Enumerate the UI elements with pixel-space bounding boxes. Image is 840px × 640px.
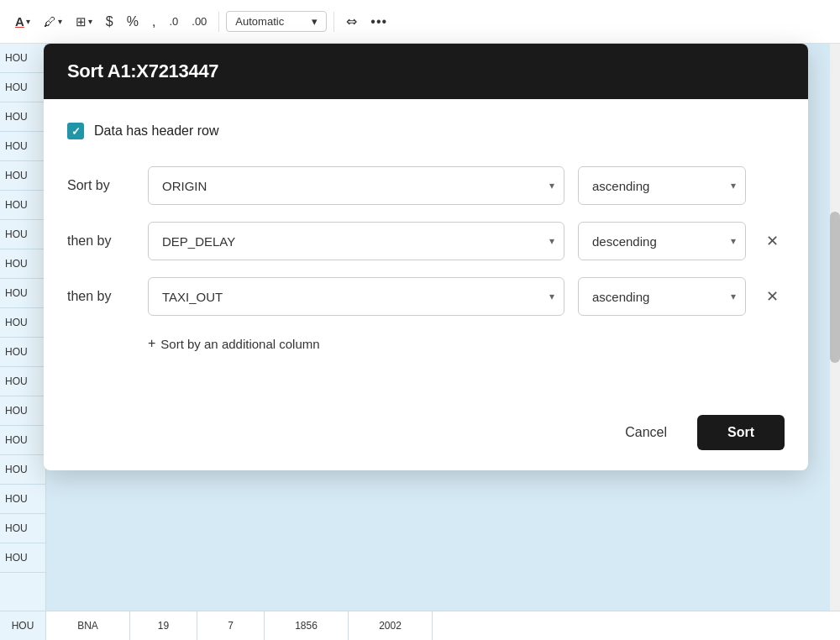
highlight-icon: 🖊 [44,14,56,29]
dialog-title: Sort A1:X7213447 [67,60,785,82]
sort-column-3-wrapper: TAXI_OUT ORIGIN DEP_DELAY DEST ARR_DELAY… [148,277,564,316]
dialog-footer: Cancel Sort [44,401,808,470]
sort-column-3-select[interactable]: TAXI_OUT ORIGIN DEP_DELAY DEST ARR_DELAY [148,277,564,316]
comma-button[interactable]: , [147,11,160,33]
sort-order-2-wrapper: descending ascending ▾ [578,222,746,260]
scrollbar-thumb[interactable] [830,212,840,363]
sort-order-3-select[interactable]: ascending descending [578,277,746,316]
cells-area: HOU HOU HOU HOU HOU HOU HOU HOU HOU HOU … [0,44,46,640]
decrease-decimal-icon: .0 [169,15,178,28]
font-color-chevron: ▾ [26,17,30,26]
sort-column-1-wrapper: ORIGIN DEP_DELAY TAXI_OUT DEST ARR_DELAY… [148,166,564,205]
cell-row: HOU [0,543,45,573]
toolbar: A ▾ 🖊 ▾ ⊞ ▾ $ % , .0 .00 Automatic ▾ ⇔ •… [0,0,840,44]
checkmark-icon: ✓ [71,125,81,138]
cell-row: HOU [0,249,45,279]
bottom-cell-2: BNA [46,611,130,641]
font-color-button[interactable]: A ▾ [10,11,35,32]
sort-row-1: Sort by ORIGIN DEP_DELAY TAXI_OUT DEST A… [67,166,785,205]
header-checkbox-label: Data has header row [94,123,219,139]
bottom-row: HOU BNA 19 7 1856 2002 [0,611,840,640]
format-dropdown-value: Automatic [235,15,284,28]
increase-decimal-icon: .00 [192,15,207,28]
then-by-label-2: then by [67,289,134,304]
separator-1 [218,12,219,32]
border-icon: ⊞ [76,14,87,29]
cell-row: HOU [0,220,45,249]
currency-button[interactable]: $ [101,11,118,33]
sort-by-label: Sort by [67,178,134,193]
percent-icon: % [127,14,139,29]
cell-row: HOU [0,367,45,396]
sort-row-3: then by TAXI_OUT ORIGIN DEP_DELAY DEST A… [67,277,785,316]
scrollbar[interactable] [830,44,840,640]
remove-row-3-button[interactable]: ✕ [759,284,785,309]
highlight-chevron: ▾ [58,17,62,26]
cell-row: HOU [0,514,45,543]
more-icon: ••• [370,14,387,29]
then-by-label-1: then by [67,233,134,249]
currency-icon: $ [106,14,113,29]
highlight-color-button[interactable]: 🖊 ▾ [39,11,67,32]
add-column-button[interactable]: + Sort by an additional column [148,333,320,354]
increase-decimal-button[interactable]: .00 [186,12,212,31]
cell-row: HOU [0,102,45,132]
header-row-option: ✓ Data has header row [67,123,785,139]
format-dropdown[interactable]: Automatic ▾ [226,11,327,32]
sort-button[interactable]: Sort [697,415,785,450]
sort-order-3-wrapper: ascending descending ▾ [578,277,746,316]
add-column-row: + Sort by an additional column [148,333,785,354]
add-column-label: Sort by an additional column [160,337,319,351]
separator-2 [333,12,334,32]
wrap-button[interactable]: ⇔ [341,10,362,33]
cell-row: HOU [0,132,45,161]
border-chevron: ▾ [88,17,92,26]
font-color-icon: A [15,14,24,29]
cell-row: HOU [0,44,45,73]
cell-row: HOU [0,191,45,220]
cancel-button[interactable]: Cancel [608,417,684,449]
wrap-icon: ⇔ [346,13,357,29]
bottom-cell-5: 1856 [265,611,349,641]
cell-row: HOU [0,73,45,102]
header-checkbox[interactable]: ✓ [67,123,84,139]
bottom-cell-6: 2002 [349,611,433,641]
cell-row: HOU [0,426,45,455]
cell-row: HOU [0,485,45,514]
cell-row: HOU [0,396,45,426]
sort-dialog: Sort A1:X7213447 ✓ Data has header row S… [44,44,808,470]
sort-order-1-wrapper: ascending descending ▾ [578,166,746,205]
cell-row: HOU [0,279,45,308]
cell-row: HOU [0,161,45,191]
sort-row-2: then by DEP_DELAY ORIGIN TAXI_OUT DEST A… [67,222,785,260]
sort-order-2-select[interactable]: descending ascending [578,222,746,260]
bottom-cell-1: HOU [0,611,46,641]
dialog-body: ✓ Data has header row Sort by ORIGIN DEP… [44,99,808,401]
format-dropdown-chevron: ▾ [312,15,318,28]
cell-row: HOU [0,308,45,338]
comma-icon: , [152,14,155,29]
bottom-cell-3: 19 [130,611,197,641]
sort-order-1-select[interactable]: ascending descending [578,166,746,205]
decrease-decimal-button[interactable]: .0 [164,12,183,31]
dialog-header: Sort A1:X7213447 [44,44,808,99]
sort-column-2-select[interactable]: DEP_DELAY ORIGIN TAXI_OUT DEST ARR_DELAY [148,222,564,260]
sort-column-2-wrapper: DEP_DELAY ORIGIN TAXI_OUT DEST ARR_DELAY… [148,222,564,260]
cell-row: HOU [0,455,45,485]
sort-column-1-select[interactable]: ORIGIN DEP_DELAY TAXI_OUT DEST ARR_DELAY [148,166,564,205]
more-button[interactable]: ••• [365,11,392,33]
border-button[interactable]: ⊞ ▾ [71,11,97,33]
bottom-cell-4: 7 [197,611,265,641]
remove-row-2-button[interactable]: ✕ [759,228,785,254]
cell-row: HOU [0,338,45,367]
percent-button[interactable]: % [122,11,144,33]
plus-icon: + [148,336,155,351]
